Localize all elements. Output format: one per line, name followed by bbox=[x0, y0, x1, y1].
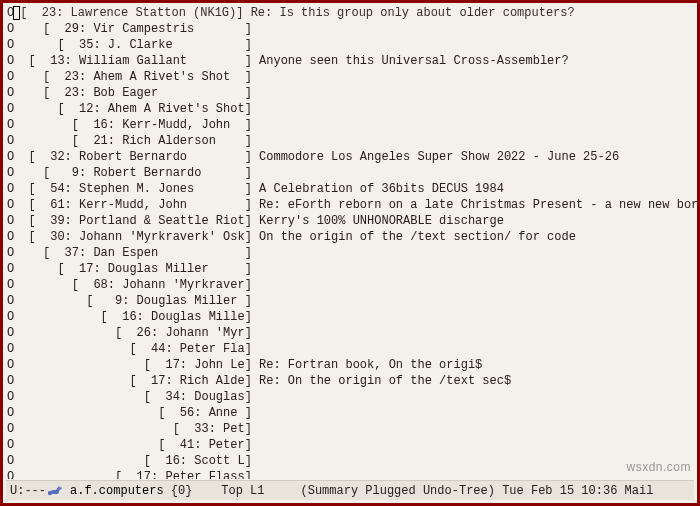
modeline-modes: (Summary Plugged Undo-Tree) bbox=[301, 483, 495, 499]
thread-row[interactable]: O [ 12: Ahem A Rivet's Shot] bbox=[7, 101, 697, 117]
thread-row[interactable]: O [ 37: Dan Espen ] bbox=[7, 245, 697, 261]
thread-row[interactable]: O [ 33: Pet] bbox=[7, 421, 697, 437]
thread-row[interactable]: O [ 9: Douglas Miller ] bbox=[7, 293, 697, 309]
emacs-frame: O[ 23: Lawrence Statton (NK1G)] Re: Is t… bbox=[0, 0, 700, 506]
thread-row[interactable]: O [ 39: Portland & Seattle Riot] Kerry's… bbox=[7, 213, 697, 229]
modeline-position: Top L1 bbox=[221, 483, 264, 499]
thread-row[interactable]: O[ 23: Lawrence Statton (NK1G)] Re: Is t… bbox=[7, 5, 697, 21]
thread-row[interactable]: O [ 13: William Gallant ] Anyone seen th… bbox=[7, 53, 697, 69]
thread-row[interactable]: O [ 29: Vir Campestris ] bbox=[7, 21, 697, 37]
thread-row[interactable]: O [ 35: J. Clarke ] bbox=[7, 37, 697, 53]
modeline-depth: {0} bbox=[171, 483, 193, 499]
gnus-icon bbox=[46, 484, 64, 498]
thread-row[interactable]: O [ 21: Rich Alderson ] bbox=[7, 133, 697, 149]
thread-row[interactable]: O [ 16: Douglas Mille] bbox=[7, 309, 697, 325]
thread-row[interactable]: O [ 61: Kerr-Mudd, John ] Re: eForth reb… bbox=[7, 197, 697, 213]
thread-row[interactable]: O [ 34: Douglas] bbox=[7, 389, 697, 405]
thread-row[interactable]: O [ 16: Scott L] bbox=[7, 453, 697, 469]
thread-row[interactable]: O [ 9: Robert Bernardo ] bbox=[7, 165, 697, 181]
modeline: U:--- a.f.computers {0} Top L1 (Summary … bbox=[6, 480, 694, 500]
thread-row[interactable]: O [ 54: Stephen M. Jones ] A Celebration… bbox=[7, 181, 697, 197]
thread-row[interactable]: O [ 17: Rich Alde] Re: On the origin of … bbox=[7, 373, 697, 389]
thread-row[interactable]: O [ 17: John Le] Re: Fortran book, On th… bbox=[7, 357, 697, 373]
watermark-text: wsxdn.com bbox=[626, 459, 691, 475]
thread-row[interactable]: O [ 32: Robert Bernardo ] Commodore Los … bbox=[7, 149, 697, 165]
modeline-time: Tue Feb 15 10:36 bbox=[502, 483, 617, 499]
summary-buffer[interactable]: O[ 23: Lawrence Statton (NK1G)] Re: Is t… bbox=[3, 3, 697, 479]
thread-row[interactable]: O [ 17: Douglas Miller ] bbox=[7, 261, 697, 277]
thread-row[interactable]: O [ 26: Johann 'Myr] bbox=[7, 325, 697, 341]
thread-row[interactable]: O [ 56: Anne ] bbox=[7, 405, 697, 421]
modeline-prefix: U:--- bbox=[10, 483, 46, 499]
thread-row[interactable]: O [ 16: Kerr-Mudd, John ] bbox=[7, 117, 697, 133]
thread-row[interactable]: O [ 41: Peter] bbox=[7, 437, 697, 453]
thread-row[interactable]: O [ 30: Johann 'Myrkraverk' Osk] On the … bbox=[7, 229, 697, 245]
thread-row[interactable]: O [ 44: Peter Fla] bbox=[7, 341, 697, 357]
thread-row[interactable]: O [ 23: Bob Eager ] bbox=[7, 85, 697, 101]
thread-row[interactable]: O [ 17: Peter Flass] bbox=[7, 469, 697, 479]
modeline-tail: Mail bbox=[625, 483, 654, 499]
thread-row[interactable]: O [ 68: Johann 'Myrkraver] bbox=[7, 277, 697, 293]
modeline-buffer: a.f.computers bbox=[70, 483, 164, 499]
thread-row[interactable]: O [ 23: Ahem A Rivet's Shot ] bbox=[7, 69, 697, 85]
